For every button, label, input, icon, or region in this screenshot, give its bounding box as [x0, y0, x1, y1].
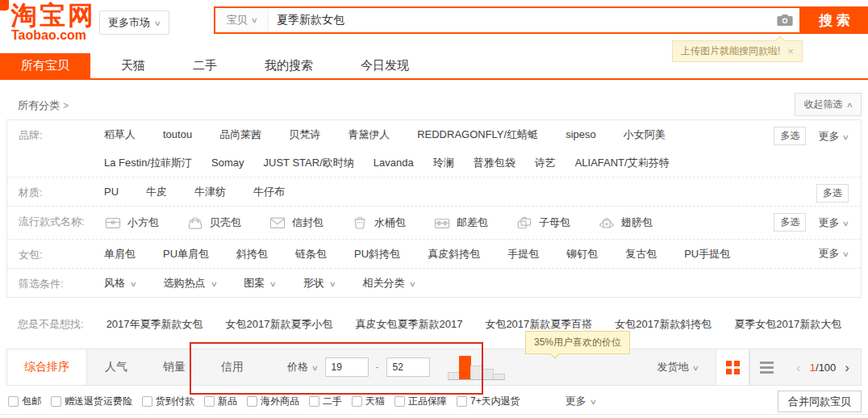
close-icon[interactable]: ×	[787, 45, 794, 57]
filter-option[interactable]: 牛仔布	[253, 185, 285, 199]
filter-option[interactable]: toutou	[163, 128, 192, 140]
filter-option[interactable]: 品尚莱茜	[219, 127, 261, 142]
ship-from-dropdown[interactable]: 发货地∨	[657, 360, 716, 374]
filter-option[interactable]: ALIAFANT/艾莉芬特	[575, 156, 670, 170]
filter-option[interactable]: PU	[104, 186, 119, 198]
filter-option[interactable]: 诗艺	[535, 156, 556, 170]
filter-option[interactable]: PU单肩包	[163, 247, 209, 261]
filter-option[interactable]: 手提包	[507, 247, 539, 261]
filter-checkbox[interactable]: 包邮	[8, 395, 41, 408]
filter-option[interactable]: 子母包	[515, 215, 570, 230]
camera-icon[interactable]	[770, 8, 799, 32]
taobao-logo[interactable]: 淘宝网 Taobao.com	[11, 2, 96, 42]
filter-checkbox[interactable]: 7+天内退货	[457, 395, 520, 408]
sort-tab[interactable]: 人气	[87, 349, 145, 385]
filter-option[interactable]: PU斜挎包	[354, 247, 400, 261]
filter-option[interactable]: 小女阿美	[624, 127, 666, 142]
more-link[interactable]: 更多∨	[818, 215, 849, 230]
suggestion-link[interactable]: 2017年夏季新款女包	[106, 317, 203, 332]
filter-checkbox[interactable]: 二手	[309, 395, 342, 408]
nav-tab[interactable]: 所有宝贝	[0, 53, 90, 78]
merge-same-items-button[interactable]: 合并同款宝贝	[778, 391, 862, 412]
filter-option[interactable]: 水桶包	[351, 215, 406, 230]
filter-dropdown[interactable]: 相关分类∨	[362, 276, 415, 291]
search-input[interactable]	[269, 8, 770, 32]
more-link[interactable]: 更多∨	[818, 246, 849, 261]
next-page-icon[interactable]: ›	[845, 361, 849, 374]
sort-tab[interactable]: 信用	[203, 349, 261, 385]
filter-option[interactable]: 信封包	[269, 215, 323, 230]
filter-checkbox[interactable]: 赠送退货运费险	[51, 395, 132, 408]
multi-select-button[interactable]: 多选	[816, 184, 849, 203]
multi-select-button[interactable]: 多选	[774, 127, 806, 145]
filter-checkbox[interactable]: 货到付款	[142, 395, 194, 408]
filter-option[interactable]: REDDRAGONFLY/红蜻蜓	[417, 127, 538, 142]
filter-option[interactable]: 链条包	[295, 247, 327, 261]
suggestion-link[interactable]: 女包2017新款夏季百搭	[485, 317, 592, 332]
nav-tab[interactable]: 我的搜索	[248, 53, 330, 78]
price-max-input[interactable]	[386, 357, 430, 377]
filter-option[interactable]: 普雅包袋	[474, 156, 515, 170]
filter-option[interactable]: 牛皮	[146, 185, 167, 199]
more-link[interactable]: 更多∨	[818, 129, 849, 144]
sort-tab[interactable]: 销量	[145, 349, 203, 385]
filter-option[interactable]: Somay	[211, 157, 244, 169]
filter-option[interactable]: 邮差包	[433, 215, 488, 230]
filter-option[interactable]: 稻草人	[104, 127, 136, 142]
histogram-bar[interactable]	[493, 374, 505, 379]
sort-tab[interactable]: 综合排序	[7, 349, 87, 385]
histogram-bar[interactable]	[470, 366, 482, 379]
prev-page-icon[interactable]: ‹	[796, 361, 801, 374]
suggestion-link[interactable]: 女包2017新款夏季小包	[226, 317, 333, 332]
filter-option[interactable]: La Festin/拉菲斯汀	[104, 156, 192, 170]
more-markets-dropdown[interactable]: 更多市场∨	[99, 10, 169, 35]
filter-option[interactable]: 青黛伊人	[348, 127, 390, 142]
collapse-filters-button[interactable]: 收起筛选∧	[795, 93, 862, 116]
all-categories-link[interactable]: 所有分类>	[18, 98, 69, 113]
histogram-bar[interactable]	[459, 356, 471, 379]
search-category-dropdown[interactable]: 宝贝∨	[215, 8, 269, 32]
footer-more-dropdown[interactable]: 更多∨	[565, 394, 596, 408]
suggestion-link[interactable]: 夏季女包2017新款大包	[734, 317, 841, 332]
price-histogram[interactable]	[448, 355, 505, 380]
filter-checkbox[interactable]: 新品	[204, 395, 237, 408]
filter-checkbox[interactable]: 海外商品	[247, 395, 299, 408]
filter-option[interactable]: 真皮斜挎包	[428, 247, 480, 261]
filter-checkbox[interactable]: 正品保障	[394, 395, 447, 408]
filter-dropdown[interactable]: 图案∨	[244, 276, 276, 291]
filter-option[interactable]: 铆钉包	[566, 247, 598, 261]
histogram-bar[interactable]	[482, 369, 494, 379]
filter-option[interactable]: 贝壳包	[186, 215, 241, 230]
filter-dropdown[interactable]: 风格∨	[104, 276, 136, 291]
nav-tab[interactable]: 天猫	[104, 53, 162, 78]
filter-checkbox[interactable]: 天猫	[352, 395, 385, 408]
filter-option[interactable]: 单肩包	[104, 247, 136, 261]
filter-dropdown[interactable]: 选购热点∨	[164, 276, 217, 291]
filter-option[interactable]: Lavanda	[373, 157, 414, 169]
checkbox-label: 海外商品	[261, 395, 299, 408]
price-dropdown[interactable]: 价格∨	[287, 360, 318, 374]
grid-view-toggle[interactable]	[716, 349, 749, 385]
nav-tab[interactable]: 今日发现	[344, 53, 426, 78]
filter-option[interactable]: sipeso	[565, 128, 596, 140]
suggestion-link[interactable]: 女包2017新款斜挎包	[615, 317, 712, 332]
filter-option[interactable]: 贝梵诗	[289, 127, 320, 142]
filter-option[interactable]: 斜挎包	[236, 247, 268, 261]
multi-select-button[interactable]: 多选	[774, 213, 806, 232]
histogram-bar[interactable]	[448, 372, 460, 379]
filter-row-body: 风格∨选购热点∨图案∨形状∨相关分类∨	[104, 269, 849, 297]
filter-option[interactable]: 玲澜	[433, 156, 454, 170]
filter-option[interactable]: 翅膀包	[598, 215, 653, 230]
list-view-toggle[interactable]	[749, 349, 783, 385]
filter-option[interactable]: PU手提包	[684, 247, 730, 261]
price-min-input[interactable]	[325, 357, 369, 377]
filter-dropdown[interactable]: 形状∨	[303, 276, 336, 291]
filter-option[interactable]: 小方包	[104, 215, 159, 230]
filter-option[interactable]: 牛津纺	[194, 185, 226, 199]
filter-option[interactable]: JUST STAR/欧时纳	[264, 156, 354, 170]
filter-row: 材质:PU牛皮牛津纺牛仔布多选	[7, 178, 861, 207]
nav-tab[interactable]: 二手	[176, 53, 234, 78]
filter-option[interactable]: 复古包	[625, 247, 657, 261]
suggestion-link[interactable]: 真皮女包夏季新款2017	[355, 317, 462, 332]
search-button[interactable]: 搜 索	[801, 6, 868, 34]
